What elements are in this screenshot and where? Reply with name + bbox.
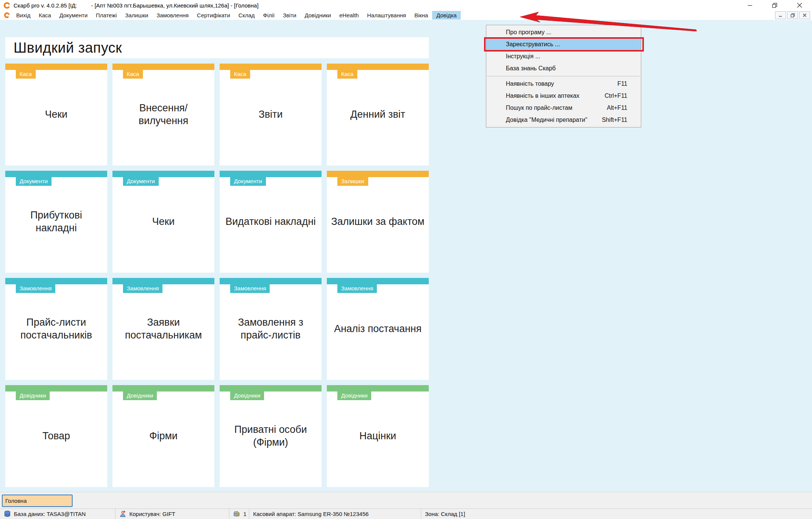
tile-label: Внесення/вилучення (112, 64, 214, 165)
quick-launch-tile[interactable]: ЗамовленняАналіз постачання (327, 278, 429, 380)
menu-item-налаштування[interactable]: Налаштування (363, 11, 410, 20)
page-title: Швидкий запуск (14, 40, 122, 56)
menu-item-довідники[interactable]: Довідники (301, 11, 335, 20)
quick-launch-tile[interactable]: КасаЧеки (5, 64, 107, 165)
menu-item-філії[interactable]: Філії (259, 11, 279, 20)
tile-label: Націнки (327, 385, 429, 487)
quick-launch-tile[interactable]: КасаДенний звіт (327, 64, 429, 165)
tile-label: Чеки (112, 171, 214, 273)
help-menu-item[interactable]: Про програму ... (486, 26, 641, 38)
help-menu-item[interactable]: Пошук по прайс-листамAlt+F11 (486, 102, 641, 114)
status-database: База даних: TASA3@TITAN (0, 509, 115, 519)
document-logo-icon (4, 12, 10, 18)
help-menu-item-shortcut: Alt+F11 (607, 105, 627, 111)
menu-item-ehealth[interactable]: eHealth (335, 11, 363, 20)
menu-item-сертифікати[interactable]: Сертифікати (193, 11, 234, 20)
status-zone: Зона: Склад [1] (421, 509, 812, 519)
cash-register-icon (233, 510, 240, 517)
help-menu-item-shortcut: F11 (618, 80, 627, 87)
help-menu-item-label: Про програму ... (506, 29, 551, 36)
quick-launch-tile[interactable]: ДокументиПрибуткові накладні (5, 171, 107, 273)
help-menu-item-shortcut: Shift+F11 (602, 117, 627, 123)
quick-launch-tile[interactable]: ЗамовленняЗаявки постачальникам (112, 278, 214, 380)
help-menu-item-label: База знань Скарб (506, 65, 555, 72)
menu-item-документи[interactable]: Документи (55, 11, 92, 20)
help-menu-item-label: Інструкція ... (506, 53, 540, 60)
tile-label: Прибуткові накладні (5, 171, 107, 273)
quick-launch-tile[interactable]: ДокументиВидаткові накладні (220, 171, 322, 273)
help-menu-item[interactable]: Зареєструватись ... (486, 38, 641, 50)
menu-item-довідка[interactable]: Довідка (432, 11, 461, 20)
quick-launch-tile[interactable]: ДовідникиНацінки (327, 385, 429, 487)
help-menu-item-label: Наявність товару (506, 80, 554, 87)
quick-launch-tile[interactable]: ЗамовленняПрайс-листи постачальників (5, 278, 107, 380)
mdi-window-controls (775, 11, 810, 19)
menu-item-залишки[interactable]: Залишки (121, 11, 153, 20)
quick-launch-grid: КасаЧекиКасаВнесення/вилученняКасаЗвітиК… (5, 64, 429, 487)
tile-label: Заявки постачальникам (112, 278, 214, 380)
user-icon (119, 510, 126, 517)
status-user: Користувач: GIFT (115, 509, 229, 519)
quick-launch-tile[interactable]: ЗалишкиЗалишки за фактом (327, 171, 429, 273)
help-dropdown-menu: Про програму ...Зареєструватись ...Інстр… (486, 25, 641, 127)
tile-label: Видаткові накладні (220, 171, 322, 273)
menu-item-вікна[interactable]: Вікна (410, 11, 433, 20)
quick-launch-tile[interactable]: КасаВнесення/вилучення (112, 64, 214, 165)
tab-bar: Головна (0, 492, 812, 508)
menu-item-платежі[interactable]: Платежі (92, 11, 121, 20)
title-bar: Скарб pro v. 4.0.2.85 [ІД: - [Апт №003 п… (0, 0, 812, 11)
close-button[interactable] (787, 0, 812, 11)
help-menu-item[interactable]: База знань Скарб (486, 62, 641, 74)
quick-launch-header: Швидкий запуск (5, 37, 429, 58)
quick-launch-tile[interactable]: ДокументиЧеки (112, 171, 214, 273)
status-register-count: 1 (229, 509, 249, 519)
quick-launch-tile[interactable]: ДовідникиТовар (5, 385, 107, 487)
quick-launch-tile[interactable]: ДовідникиПриватні особи (Фірми) (220, 385, 322, 487)
menu-item-склад[interactable]: Склад (234, 11, 259, 20)
main-content: Швидкий запуск КасаЧекиКасаВнесення/вилу… (0, 20, 812, 492)
minimize-button[interactable] (738, 0, 762, 11)
window-controls (738, 0, 812, 11)
menu-item-вихід[interactable]: Вихід (12, 11, 35, 20)
quick-launch-tile[interactable]: КасаЗвіти (220, 64, 322, 165)
help-menu-item-label: Наявність в інших аптеках (506, 93, 580, 99)
mdi-close-button[interactable] (799, 11, 810, 19)
tile-label: Замовлення з прайс-листів (220, 278, 322, 380)
zone-label: Зона: Склад [1] (425, 511, 465, 517)
menu-item-каса[interactable]: Каса (35, 11, 55, 20)
help-menu-item-shortcut: Ctrl+F11 (604, 93, 627, 99)
register-label: Касовий апарат: Samsung ER-350 №123456 (253, 511, 369, 517)
tile-label: Залишки за фактом (327, 171, 429, 273)
help-menu-item[interactable]: Довідка "Медичні препарати"Shift+F11 (486, 114, 641, 126)
help-menu-item[interactable]: Наявність товаруF11 (486, 78, 641, 90)
help-menu-item[interactable]: Інструкція ... (486, 50, 641, 62)
tile-label: Чеки (5, 64, 107, 165)
status-register: Касовий апарат: Samsung ER-350 №123456 (249, 509, 421, 519)
quick-launch-tile[interactable]: ДовідникиФірми (112, 385, 214, 487)
mdi-restore-button[interactable] (787, 11, 798, 19)
window-title: Скарб pro v. 4.0.2.85 [ІД: - [Апт №003 п… (14, 2, 258, 9)
tile-label: Прайс-листи постачальників (5, 278, 107, 380)
menu-item-звіти[interactable]: Звіти (279, 11, 301, 20)
help-menu-item-label: Зареєструватись ... (506, 41, 560, 48)
user-label: Користувач: GIFT (129, 511, 175, 517)
tab-main-label: Головна (5, 498, 27, 504)
help-menu-item[interactable]: Наявність в інших аптекахCtrl+F11 (486, 90, 641, 102)
tile-label: Приватні особи (Фірми) (220, 385, 322, 487)
tile-label: Фірми (112, 385, 214, 487)
tile-label: Товар (5, 385, 107, 487)
quick-launch-tile[interactable]: ЗамовленняЗамовлення з прайс-листів (220, 278, 322, 380)
database-icon (4, 510, 11, 517)
restore-button[interactable] (762, 0, 787, 11)
status-bar: База даних: TASA3@TITAN Користувач: GIFT… (0, 508, 812, 519)
database-label: База даних: TASA3@TITAN (14, 511, 86, 517)
register-count: 1 (243, 511, 246, 517)
mdi-minimize-button[interactable] (775, 11, 786, 19)
tile-label: Звіти (220, 64, 322, 165)
app-logo-icon (4, 2, 10, 9)
help-menu-item-label: Пошук по прайс-листам (506, 105, 572, 111)
menu-bar: ВихідКасаДокументиПлатежіЗалишкиЗамовлен… (0, 11, 812, 20)
menu-item-замовлення[interactable]: Замовлення (152, 11, 193, 20)
tile-label: Денний звіт (327, 64, 429, 165)
tab-main[interactable]: Головна (2, 495, 73, 507)
